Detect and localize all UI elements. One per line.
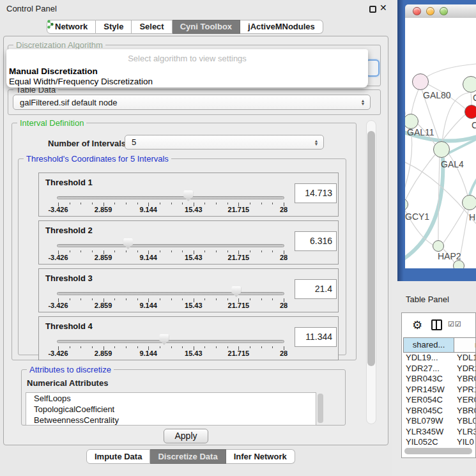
float-panel-icon[interactable] <box>369 6 376 13</box>
tab-impute-data[interactable]: Impute Data <box>86 449 150 464</box>
threshold-3-slider-thumb[interactable] <box>231 286 241 297</box>
threshold-3-slider-track[interactable] <box>57 292 284 295</box>
slider-tick <box>70 346 70 348</box>
network-node-label: GAL80 <box>423 90 451 100</box>
slider-tick <box>216 250 217 252</box>
numerical-attributes-list[interactable]: SelfLoopsTopologicalCoefficientBetweenne… <box>26 392 316 426</box>
slider-tick <box>261 250 262 252</box>
tab-style[interactable]: Style <box>96 20 132 34</box>
network-node-hap2[interactable] <box>433 240 444 252</box>
table-row[interactable]: YBR045CYBR0 <box>403 406 476 417</box>
table-row[interactable]: YDR27...YDR2 <box>403 364 476 374</box>
threshold-2-value-field[interactable]: 6.316 <box>295 231 337 251</box>
network-node[interactable] <box>453 260 464 268</box>
slider-tick <box>137 346 138 348</box>
slider-tick <box>216 203 217 204</box>
slider-tick-label: 28 <box>265 349 303 357</box>
network-icon <box>47 20 54 29</box>
table-row[interactable]: YLR345WYLR3 <box>403 427 476 438</box>
table-data-combobox[interactable]: galFiltered.sif default node ▲▼ <box>13 95 371 110</box>
table-row[interactable]: YBL079WYBL0 <box>403 416 476 427</box>
table-row[interactable]: YDL19...YDL1 <box>403 353 476 364</box>
attribute-list-item[interactable]: BetweennessCentrality <box>26 415 316 426</box>
slider-tick <box>81 250 81 252</box>
slider-tick <box>171 203 172 204</box>
close-panel-icon[interactable]: ✕ <box>380 3 387 13</box>
slider-tick <box>160 298 160 300</box>
threshold-4-slider-thumb[interactable] <box>159 334 169 345</box>
threshold-4-value-field[interactable]: 11.344 <box>295 327 337 347</box>
table-columns-icon[interactable] <box>431 319 442 330</box>
slider-tick <box>160 250 160 252</box>
table-horizontal-scrollbar-thumb[interactable] <box>404 448 472 454</box>
cell-name: YBR0 <box>454 406 476 417</box>
threshold-3-panel: Threshold 3-3.4262.8599.14415.4321.71528… <box>38 268 339 312</box>
node-table-widget: ⚙ ☑☑ shared... na YDL19...YDL1YDR27...YD… <box>401 312 476 458</box>
table-settings-gear-icon[interactable]: ⚙ <box>412 318 422 332</box>
algorithm-option-manual-discretization[interactable]: Manual Discretization <box>9 66 98 76</box>
slider-tick <box>227 250 228 252</box>
slider-tick <box>182 298 183 300</box>
threshold-2-slider-thumb[interactable] <box>123 238 133 249</box>
attribute-list-item[interactable]: SelfLoops <box>26 393 316 404</box>
slider-tick <box>114 203 115 204</box>
tab-discretize-data[interactable]: Discretize Data <box>150 449 226 464</box>
table-row[interactable]: YER054CYER0 <box>403 395 476 406</box>
network-window-titlebar[interactable] <box>405 4 476 18</box>
tab-jactivemnodules[interactable]: jActiveMNodules <box>240 20 323 34</box>
cell-shared-name: YDR27... <box>403 364 454 374</box>
network-node-gal4[interactable] <box>433 141 450 158</box>
network-node-c[interactable] <box>464 105 476 119</box>
threshold-2-slider-track[interactable] <box>57 244 284 247</box>
slider-tick <box>92 250 93 252</box>
slider-tick <box>182 346 183 348</box>
table-row[interactable]: YBR043CYBR0 <box>403 374 476 385</box>
network-node-gal80[interactable] <box>412 73 429 90</box>
cell-shared-name: YER054C <box>403 395 454 406</box>
network-node-label: GCY1 <box>405 211 429 222</box>
tab-network[interactable]: Network <box>47 20 96 34</box>
slider-tick-label: 2.859 <box>84 254 123 261</box>
close-light-icon[interactable] <box>413 7 421 15</box>
slider-tick-label: 28 <box>265 206 303 213</box>
tab-select[interactable]: Select <box>132 20 172 34</box>
number-of-intervals-combobox[interactable]: 5 ▲▼ <box>125 135 324 150</box>
network-node-gal[interactable] <box>463 76 476 93</box>
column-header-name[interactable]: na <box>454 337 476 353</box>
minimize-light-icon[interactable] <box>426 7 434 15</box>
table-row[interactable]: YPR145WYPR1 <box>403 385 476 395</box>
algorithm-option-equal-width-frequency[interactable]: Equal Width/Frequency Discretization <box>9 77 153 86</box>
slider-tick <box>70 250 70 252</box>
zoom-light-icon[interactable] <box>440 7 448 15</box>
threshold-3-value-field[interactable]: 21.4 <box>295 279 337 299</box>
threshold-1-slider-track[interactable] <box>57 196 284 199</box>
attributes-list-scrollbar-thumb[interactable] <box>318 394 323 423</box>
cell-shared-name: YDL19... <box>403 353 454 364</box>
threshold-4-slider-track[interactable] <box>57 340 284 343</box>
slider-tick <box>182 203 183 204</box>
apply-button[interactable]: Apply <box>164 429 208 443</box>
tab-cyni-toolbox[interactable]: Cyni Toolbox <box>173 20 240 34</box>
slider-tick <box>137 298 138 300</box>
threshold-1-slider-thumb[interactable] <box>183 190 193 201</box>
tab-impute-data-label: Impute Data <box>95 452 142 461</box>
network-node-label: GAL4 <box>441 159 464 169</box>
attribute-list-item[interactable]: TopologicalCoefficient <box>26 404 316 415</box>
panel-vertical-scrollbar-thumb[interactable] <box>367 131 375 366</box>
slider-tick-label: -3.426 <box>39 254 77 261</box>
network-canvas[interactable]: GAL80GALCGAL11GAL4GCY1HHAP2 <box>405 18 476 268</box>
tab-jactivemnodules-label: jActiveMNodules <box>248 22 315 31</box>
column-header-shared-name[interactable]: shared... <box>403 337 454 353</box>
slider-tick-label: -3.426 <box>39 302 77 309</box>
cell-shared-name: YIL052C <box>403 437 454 448</box>
slider-tick-label: 9.144 <box>129 254 167 261</box>
table-row[interactable]: YIL052CYIL0 <box>403 437 476 448</box>
slider-tick <box>92 203 93 204</box>
table-select-checkboxes-icon[interactable]: ☑☑ <box>448 320 462 328</box>
threshold-1-value-field[interactable]: 14.713 <box>295 183 337 203</box>
slider-tick-label: 28 <box>265 302 303 309</box>
slider-tick <box>261 346 262 348</box>
tab-infer-network[interactable]: Infer Network <box>226 449 295 464</box>
network-node-h[interactable] <box>462 195 476 210</box>
slider-tick-label: 21.715 <box>219 349 257 357</box>
